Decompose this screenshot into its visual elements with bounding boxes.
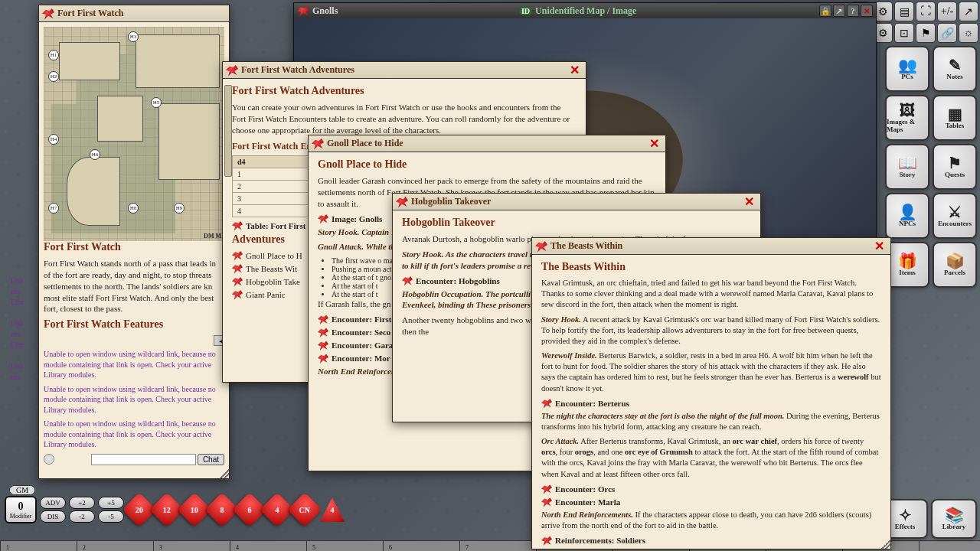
id-badge: ID: [519, 7, 532, 15]
mod-pill[interactable]: -2: [69, 510, 95, 523]
sidebar-npcs[interactable]: 👤NPCs: [885, 193, 929, 239]
dragon-icon: [42, 8, 54, 20]
dragon-icon: [396, 196, 408, 208]
encounter-link[interactable]: Encounter: Berterus: [541, 398, 881, 409]
close-icon[interactable]: ✕: [741, 194, 757, 209]
mod-pill[interactable]: -5: [98, 510, 124, 523]
hobwin-title: Hobgoblin Takeover: [411, 196, 491, 207]
resize-handle[interactable]: [881, 540, 890, 549]
mini-btn[interactable]: +/-: [937, 2, 957, 21]
body-text: Werewolf Inside. Berterus Barwick, a sol…: [541, 350, 881, 394]
map-desc: Fort First Watch stands north of a pass …: [44, 258, 224, 315]
sidebar-story[interactable]: 📖Story: [885, 144, 929, 190]
advwin-titlebar[interactable]: Fort First Watch Adventures ✕: [223, 62, 586, 79]
hobwin-titlebar[interactable]: Hobgoblin Takeover ✕: [393, 194, 760, 210]
window-fort-first-watch: Fort First Watch H1 H2 H3 H4 H5 H6 H7 H8…: [38, 5, 230, 479]
beastwin-titlebar[interactable]: The Beasts Within ✕: [532, 238, 890, 255]
sidebar-items[interactable]: 🎁Items: [885, 242, 929, 288]
encounter-link[interactable]: Encounter: Marla: [541, 497, 881, 507]
imgwin-titlebar[interactable]: Gnolls IDUnidentified Map / Image 🔒 ↗ ? …: [294, 3, 876, 18]
section-heading: Fort First Watch Features: [44, 318, 224, 331]
map-pin[interactable]: H8: [128, 203, 139, 214]
close-icon[interactable]: ✕: [871, 239, 887, 253]
lock-icon[interactable]: 🔒: [819, 5, 831, 17]
gnollwin-title: Gnoll Place to Hide: [327, 138, 403, 149]
mini-btn[interactable]: 🔗: [937, 23, 957, 43]
section-heading: Gnoll Place to Hide: [318, 158, 656, 171]
sidebar-pcs[interactable]: 👥PCs: [885, 46, 929, 92]
adv-pill[interactable]: ADV: [40, 497, 66, 509]
advwin-title: Fort First Watch Adventures: [241, 64, 354, 76]
close-icon[interactable]: ✕: [646, 136, 662, 151]
mapwin-title: Fort First Watch: [57, 8, 123, 19]
sidebar-images-maps[interactable]: 🖼Images & Maps: [885, 95, 929, 141]
chat-bar: Chat: [44, 454, 224, 465]
sidebar-tables[interactable]: ▦Tables: [933, 95, 977, 141]
map-pin[interactable]: H3: [128, 31, 139, 42]
body-text: Kaval Grimtusk, an orc chieftain, tried …: [541, 278, 881, 311]
section-heading: Hobgoblin Takeover: [402, 217, 751, 229]
mini-btn[interactable]: ⚑: [916, 23, 936, 43]
sidebar-notes[interactable]: ✎Notes: [933, 46, 977, 92]
share-icon[interactable]: ↗: [833, 5, 845, 17]
sidebar-quests[interactable]: ⚑Quests: [933, 144, 977, 190]
mapwin-titlebar[interactable]: Fort First Watch: [39, 5, 229, 22]
mini-btn[interactable]: ☼: [959, 23, 978, 43]
map-pin[interactable]: H7: [48, 203, 59, 214]
dm-label: DM M: [204, 233, 221, 240]
section-heading: Fort First Watch: [44, 241, 224, 253]
mini-btn[interactable]: ⛶: [916, 2, 936, 21]
help-icon[interactable]: ?: [847, 5, 859, 17]
beastwin-title: The Beasts Within: [550, 240, 622, 252]
body-text: The night the characters stay at the for…: [541, 411, 881, 432]
mod-pill[interactable]: +5: [98, 497, 124, 509]
sidebar-right: 👥PCs ✎Notes 🖼Images & Maps ▦Tables 📖Stor…: [882, 43, 980, 551]
scrollbar[interactable]: [224, 85, 232, 177]
sidebar-encounters[interactable]: ⚔Encounters: [933, 193, 977, 239]
dragon-icon: [232, 220, 243, 231]
d4-alt-die[interactable]: 4: [320, 497, 345, 522]
modifier-chip[interactable]: 0Modifier: [5, 496, 37, 523]
map-thumbnail[interactable]: H1 H2 H3 H4 H5 H6 H7 H8 H9 DM M: [44, 27, 224, 241]
adv-text: You can create your own adventures in Fo…: [232, 102, 577, 136]
chat-button[interactable]: Chat: [198, 454, 224, 465]
gm-badge[interactable]: GM: [9, 485, 35, 495]
body-text: North End Reinforcements. If the charact…: [541, 510, 881, 531]
warning-text: Unable to open window using wildcard lin…: [44, 349, 224, 380]
map-pin[interactable]: H9: [174, 203, 185, 214]
close-icon[interactable]: ✕: [567, 63, 583, 77]
bottom-right-buttons: ✧Effects 📚Library: [882, 499, 977, 539]
mini-btn[interactable]: ↗: [959, 2, 978, 21]
section-heading: The Beasts Within: [541, 261, 881, 273]
map-pin[interactable]: H1: [48, 50, 59, 60]
body-text: Orc Attack. After Berterus transforms, K…: [541, 436, 881, 480]
map-pin[interactable]: H5: [151, 97, 162, 108]
dragon-icon: [535, 240, 547, 253]
resize-handle[interactable]: [220, 469, 229, 478]
imgwin-title: Gnolls: [312, 5, 338, 17]
warning-peek: UnamoLibrUnamoLibrUnamo: [11, 276, 38, 383]
section-heading: Fort First Watch Adventures: [232, 85, 577, 97]
custom-die[interactable]: CN: [287, 492, 322, 527]
sidebar-library[interactable]: 📚Library: [931, 499, 977, 539]
mini-btn[interactable]: ⊡: [894, 23, 914, 43]
encounter-link[interactable]: Encounter: Orcs: [541, 484, 881, 494]
sidebar-parcels[interactable]: 📦Parcels: [933, 242, 977, 288]
warning-text: Unable to open window using wildcard lin…: [44, 419, 224, 450]
chat-input[interactable]: [91, 454, 196, 465]
dragon-icon: [297, 5, 309, 17]
reinforcements-link[interactable]: Reinforcements: Soldiers: [541, 535, 881, 546]
body-text: Story Hook. A recent attack by Kaval Gri…: [541, 315, 881, 347]
pageflip-icon[interactable]: [44, 454, 54, 465]
mod-pill[interactable]: +2: [69, 497, 95, 509]
map-pin[interactable]: H6: [90, 149, 100, 160]
dis-pill[interactable]: DIS: [40, 510, 66, 523]
map-pin[interactable]: H2: [48, 71, 59, 82]
mini-btn[interactable]: ▤: [894, 2, 914, 21]
dice-tray: 0Modifier ADV DIS +2 -2 +5 -5 20 12 10 8…: [5, 496, 345, 523]
dragon-icon: [312, 138, 324, 150]
map-pin[interactable]: H4: [48, 134, 59, 145]
dragon-icon: [226, 64, 238, 77]
gnollwin-titlebar[interactable]: Gnoll Place to Hide ✕: [309, 135, 665, 152]
close-icon[interactable]: ✕: [861, 5, 873, 17]
